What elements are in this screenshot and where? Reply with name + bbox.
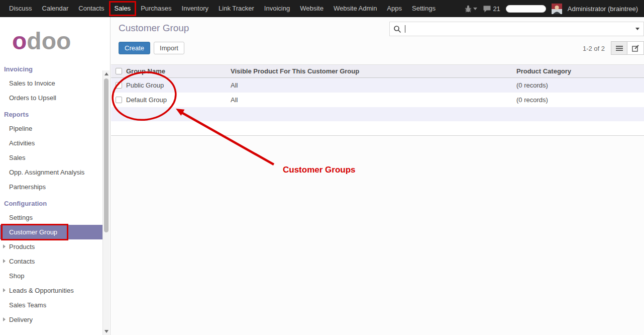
cell-visible-product: All xyxy=(231,96,516,104)
sidebar-item-customer-group[interactable]: Customer Group xyxy=(0,225,103,239)
list-view-button[interactable] xyxy=(611,41,627,55)
search-bar[interactable] xyxy=(389,22,644,36)
menu-item-calendar[interactable]: Calendar xyxy=(37,0,74,17)
debug-menu[interactable] xyxy=(465,5,477,13)
sidebar-item-sales-to-invoice[interactable]: Sales to Invoice xyxy=(0,76,103,91)
menu-item-invoicing[interactable]: Invoicing xyxy=(259,0,295,17)
scroll-down-icon[interactable] xyxy=(104,330,109,333)
topbar-menu: Discuss Calendar Contacts Sales Purchase… xyxy=(0,0,441,17)
menu-item-inventory[interactable]: Inventory xyxy=(177,0,213,17)
menu-item-contacts[interactable]: Contacts xyxy=(73,0,109,17)
sidebar-item-sales-teams[interactable]: Sales Teams xyxy=(0,298,103,312)
view-toggle xyxy=(611,41,644,55)
sidebar-item-opp-assignment-analysis[interactable]: Opp. Assignment Analysis xyxy=(0,165,103,180)
list-icon xyxy=(616,45,623,51)
menu-item-purchases[interactable]: Purchases xyxy=(136,0,176,17)
sidebar-item-orders-to-upsell[interactable]: Orders to Upsell xyxy=(0,91,103,105)
pager: 1-2 of 2 xyxy=(583,45,605,52)
chevron-down-icon xyxy=(473,8,477,10)
sidebar-item-delivery[interactable]: Delivery xyxy=(0,312,103,327)
page-title: Customer Group xyxy=(119,23,189,34)
recorder-pill xyxy=(506,5,546,13)
cell-group-name: Default Group xyxy=(126,96,231,104)
menu-item-apps[interactable]: Apps xyxy=(382,0,407,17)
cell-product-category: (0 records) xyxy=(516,96,644,104)
menu-item-sales[interactable]: Sales xyxy=(110,0,136,17)
empty-row xyxy=(111,107,644,121)
cell-group-name: Public Group xyxy=(126,81,231,89)
section-header-invoicing: Invoicing xyxy=(0,60,103,76)
sidebar-item-partnerships[interactable]: Partnerships xyxy=(0,180,103,194)
avatar-image xyxy=(552,4,562,14)
import-button[interactable]: Import xyxy=(154,42,184,54)
row-select-cell xyxy=(111,82,126,89)
records-table: Group Name Visible Product For This Cust… xyxy=(111,64,644,136)
menu-item-website-admin[interactable]: Website Admin xyxy=(329,0,382,17)
expand-arrow-icon xyxy=(3,288,6,292)
row-select-cell xyxy=(111,97,126,103)
expand-arrow-icon xyxy=(3,244,6,248)
sidebar-item-label: Leads & Opportunities xyxy=(9,287,74,294)
scrollbar-thumb[interactable] xyxy=(104,78,109,232)
sidebar-scrollbar[interactable] xyxy=(102,70,110,335)
edit-form-icon xyxy=(632,45,639,52)
row-checkbox[interactable] xyxy=(116,82,122,89)
select-all-checkbox[interactable] xyxy=(116,68,122,74)
table-row[interactable]: Public Group All (0 records) xyxy=(111,78,644,93)
menu-item-website[interactable]: Website xyxy=(295,0,329,17)
empty-row xyxy=(111,121,644,135)
message-bubble-icon xyxy=(483,5,491,13)
user-menu[interactable]: Administrator (braintree) xyxy=(568,5,638,13)
messages-count: 21 xyxy=(493,5,500,13)
section-header-reports: Reports xyxy=(0,105,103,121)
cell-visible-product: All xyxy=(231,81,516,89)
avatar[interactable] xyxy=(552,4,562,14)
table-header-row: Group Name Visible Product For This Cust… xyxy=(111,64,644,78)
topbar: Discuss Calendar Contacts Sales Purchase… xyxy=(0,0,644,17)
scroll-up-icon[interactable] xyxy=(104,72,109,75)
sidebar-item-leads-opportunities[interactable]: Leads & Opportunities xyxy=(0,283,103,298)
section-header-configuration: Configuration xyxy=(0,194,103,210)
sidebar: odoo Invoicing Sales to Invoice Orders t… xyxy=(0,17,111,335)
table-end-divider xyxy=(111,135,644,136)
sidebar-item-label: Contacts xyxy=(9,258,35,265)
create-button[interactable]: Create xyxy=(119,42,150,54)
table-row[interactable]: Default Group All (0 records) xyxy=(111,93,644,107)
sidebar-item-products[interactable]: Products xyxy=(0,239,103,254)
search-input[interactable] xyxy=(406,25,635,33)
row-checkbox[interactable] xyxy=(116,97,122,103)
search-icon xyxy=(393,25,401,33)
topbar-right: 21 Administrator (braintree) xyxy=(465,4,644,14)
sidebar-item-sales[interactable]: Sales xyxy=(0,150,103,165)
text-cursor xyxy=(405,25,405,33)
sidebar-item-label: Products xyxy=(9,243,35,250)
bug-icon xyxy=(465,5,472,13)
expand-arrow-icon xyxy=(3,259,6,263)
form-view-button[interactable] xyxy=(627,41,644,55)
sidebar-item-shop[interactable]: Shop xyxy=(0,269,103,283)
sidebar-item-settings[interactable]: Settings xyxy=(0,210,103,225)
logo-letter: o xyxy=(12,28,27,54)
sidebar-item-pipeline[interactable]: Pipeline xyxy=(0,121,103,136)
expand-arrow-icon xyxy=(3,317,6,321)
column-header-product-category[interactable]: Product Category xyxy=(516,67,644,75)
main-content: Customer Group Create Import 1-2 of 2 xyxy=(111,17,644,335)
sidebar-item-activities[interactable]: Activities xyxy=(0,136,103,150)
logo-letters: doo xyxy=(27,28,71,54)
menu-item-settings[interactable]: Settings xyxy=(407,0,441,17)
menu-item-discuss[interactable]: Discuss xyxy=(4,0,37,17)
search-dropdown-icon[interactable] xyxy=(635,28,639,30)
cell-product-category: (0 records) xyxy=(516,81,644,89)
menu-item-link-tracker[interactable]: Link Tracker xyxy=(213,0,259,17)
column-header-visible-product[interactable]: Visible Product For This Customer Group xyxy=(231,67,516,75)
sidebar-item-label: Delivery xyxy=(9,316,33,323)
messages-indicator[interactable]: 21 xyxy=(483,5,500,13)
odoo-logo: odoo xyxy=(0,17,103,60)
column-header-group-name[interactable]: Group Name xyxy=(126,67,231,75)
select-all-cell xyxy=(111,68,126,74)
sidebar-item-contacts[interactable]: Contacts xyxy=(0,254,103,269)
